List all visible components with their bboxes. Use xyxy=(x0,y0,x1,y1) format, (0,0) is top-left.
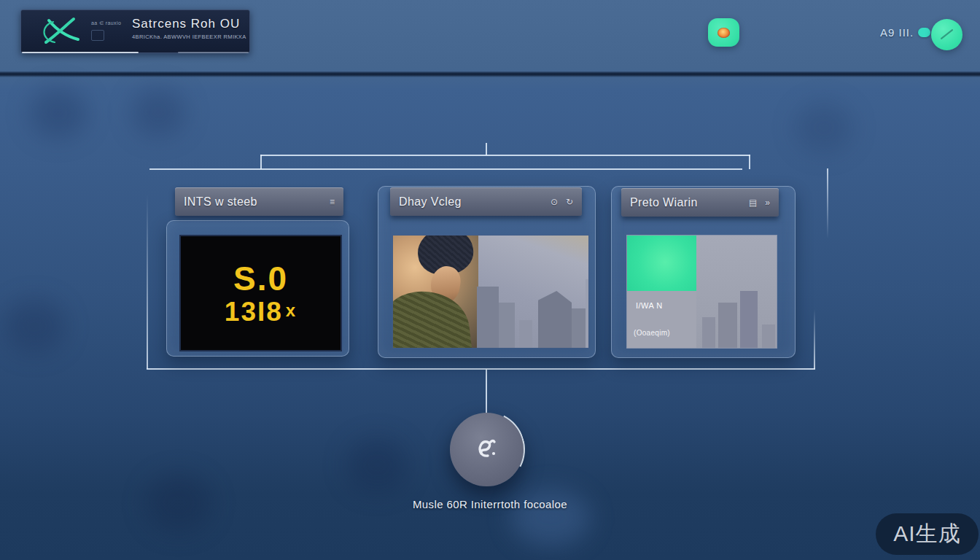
card-stats-title: INTS w steeb xyxy=(184,195,257,209)
chevrons-right-icon[interactable]: » xyxy=(765,198,770,208)
brand-title: Satrcens Roh OU xyxy=(132,17,267,31)
chart-bar xyxy=(762,324,775,349)
bokeh-blob xyxy=(29,88,88,139)
panel-top-line xyxy=(149,168,742,170)
bokeh-blob xyxy=(131,88,186,137)
pencil-icon xyxy=(941,29,954,40)
connector-upper-jog-left xyxy=(260,155,262,169)
chart-bar xyxy=(702,317,715,349)
grid-icon[interactable]: ▤ xyxy=(749,198,757,208)
connector-stub-top xyxy=(486,143,487,155)
building-bar xyxy=(477,287,499,349)
brand-chip-outline xyxy=(91,30,104,41)
brand-underline-right xyxy=(178,52,249,53)
card-video-header[interactable]: Dhay Vcleg ⊙ ↻ xyxy=(390,187,582,216)
scribble-icon xyxy=(471,433,503,465)
app-background: aa ∈ rauxio Satrcens Roh OU 4BRICKha. AB… xyxy=(0,0,980,560)
photo-editor-preview[interactable]: I/WA N (Ooaeqim) xyxy=(626,235,777,349)
building-bar xyxy=(499,303,515,349)
bokeh-blob xyxy=(346,438,408,492)
jacket-shape xyxy=(392,286,472,349)
building-bar xyxy=(519,320,532,349)
brand-box[interactable]: aa ∈ rauxio Satrcens Roh OU 4BRICKha. AB… xyxy=(20,9,250,53)
status-pill-icon xyxy=(918,28,930,37)
swatch-info-panel: I/WA N (Ooaeqim) xyxy=(627,291,696,349)
building-bar xyxy=(586,279,589,349)
menu-icon[interactable]: ≡ xyxy=(330,197,335,207)
status-label: A9 III. xyxy=(880,26,914,39)
clock-icon[interactable]: ⊙ xyxy=(551,197,558,207)
caption-text: Musle 60R Initerrtoth focoaloe xyxy=(0,498,980,510)
card-video-title: Dhay Vcleg xyxy=(399,195,462,209)
status-indicator: A9 III. xyxy=(880,24,930,40)
bokeh-blob xyxy=(4,299,66,354)
person-photo xyxy=(393,236,478,349)
card-stats-header[interactable]: INTS w steeb ≡ xyxy=(175,187,343,216)
top-divider-line xyxy=(0,71,980,77)
bokeh-blob xyxy=(795,102,853,153)
panel-right-line xyxy=(814,309,815,369)
panel-right-fade-line xyxy=(827,168,828,238)
score-suffix: x xyxy=(286,300,297,320)
city-skyline xyxy=(478,236,589,349)
swatch-label-2: (Ooaeqim) xyxy=(634,329,670,337)
score-display: S.0 13I8x xyxy=(179,235,342,351)
brand-subtitle: 4BRICKha. ABWWVH IEFBEEXR RMIKXA xyxy=(132,34,267,40)
video-preview[interactable] xyxy=(392,235,589,349)
panel-left-line xyxy=(147,194,148,369)
card-photo-header[interactable]: Preto Wiarin ▤ » xyxy=(621,188,779,217)
score-line1: S.0 xyxy=(233,262,288,295)
hub-connector-line xyxy=(486,369,487,413)
score-line2: 13I8x xyxy=(225,298,297,325)
connector-upper-horizontal xyxy=(260,155,750,156)
ai-generated-watermark: AI生成 xyxy=(876,513,979,555)
edit-button[interactable] xyxy=(931,19,962,50)
refresh-icon[interactable]: ↻ xyxy=(566,197,573,207)
central-action-button[interactable] xyxy=(450,413,524,486)
brand-small-label: aa ∈ rauxio xyxy=(91,20,129,26)
card-photo-title: Preto Wiarin xyxy=(630,196,698,209)
bokeh-blob xyxy=(510,489,591,547)
swatch-label-1: I/WA N xyxy=(636,301,663,310)
brand-x-logo-icon xyxy=(37,15,85,50)
fruit-dot-icon xyxy=(718,28,730,38)
notification-badge[interactable] xyxy=(708,18,739,47)
panel-bottom-line xyxy=(147,368,815,370)
connector-upper-jog-right xyxy=(749,155,750,169)
chart-bar xyxy=(718,303,737,349)
building-bar xyxy=(538,291,572,349)
green-swatch xyxy=(627,236,696,291)
brand-underline-left xyxy=(22,52,139,53)
chart-bar xyxy=(740,291,758,349)
bar-chart-graphic xyxy=(696,236,777,349)
